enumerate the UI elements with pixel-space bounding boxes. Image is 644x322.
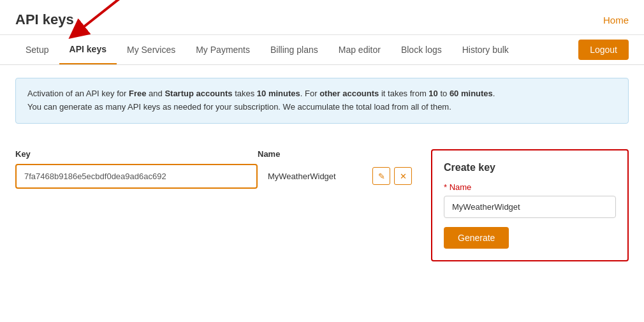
col-header-name: Name [258,149,280,159]
info-max: 60 minutes [450,89,493,98]
info-10min: 10 minutes [257,89,300,98]
main-content: Key Name MyWeatherWidget ✎ ✕ Create key … [0,136,644,274]
info-text-6: to [438,89,450,98]
info-text-1: Activation of an API key for [27,89,129,98]
col-header-key: Key [15,149,258,159]
table-row: MyWeatherWidget ✎ ✕ [15,164,412,189]
create-key-title: Create key [444,162,616,173]
logout-button[interactable]: Logout [578,40,629,60]
edit-icon: ✎ [378,172,385,181]
nav-item-api-keys[interactable]: API keys [59,35,117,64]
info-text-3: takes [233,89,257,98]
info-text-7: . [493,89,495,98]
info-startup: Startup accounts [165,89,232,98]
name-field-label: * Name [444,182,616,192]
info-other: other accounts [319,89,379,98]
key-input[interactable] [15,164,258,189]
edit-key-button[interactable]: ✎ [372,167,390,185]
keys-table-header: Key Name [15,149,412,159]
nav-item-setup[interactable]: Setup [15,36,59,64]
generate-button[interactable]: Generate [444,227,509,249]
info-free: Free [129,89,146,98]
delete-key-button[interactable]: ✕ [394,167,412,185]
nav-item-map-editor[interactable]: Map editor [328,36,391,64]
info-range: 10 [428,89,437,98]
info-text-4: . For [300,89,319,98]
nav-item-billing-plans[interactable]: Billing plans [260,36,328,64]
page-title: API keys [15,11,74,28]
nav-item-my-payments[interactable]: My Payments [186,36,260,64]
nav-item-block-logs[interactable]: Block logs [391,36,452,64]
required-star: * [444,182,450,192]
nav-bar: Setup API keys My Services My Payments B… [0,35,644,65]
info-text-5: it takes from [379,89,428,98]
home-link[interactable]: Home [603,15,629,26]
info-line2: You can generate as many API keys as nee… [27,102,451,112]
nav-item-history-bulk[interactable]: History bulk [452,36,519,64]
info-text-2: and [146,89,165,98]
name-label-text: Name [450,182,472,192]
info-box: Activation of an API key for Free and St… [15,78,629,124]
keys-section: Key Name MyWeatherWidget ✎ ✕ [15,149,412,189]
create-key-panel: Create key * Name Generate [431,149,629,261]
nav-item-my-services[interactable]: My Services [117,36,186,64]
header: API keys Home [0,0,644,35]
delete-icon: ✕ [400,172,407,181]
key-name-value: MyWeatherWidget [268,172,362,181]
create-key-name-input[interactable] [444,196,616,218]
row-actions: ✎ ✕ [372,167,412,185]
